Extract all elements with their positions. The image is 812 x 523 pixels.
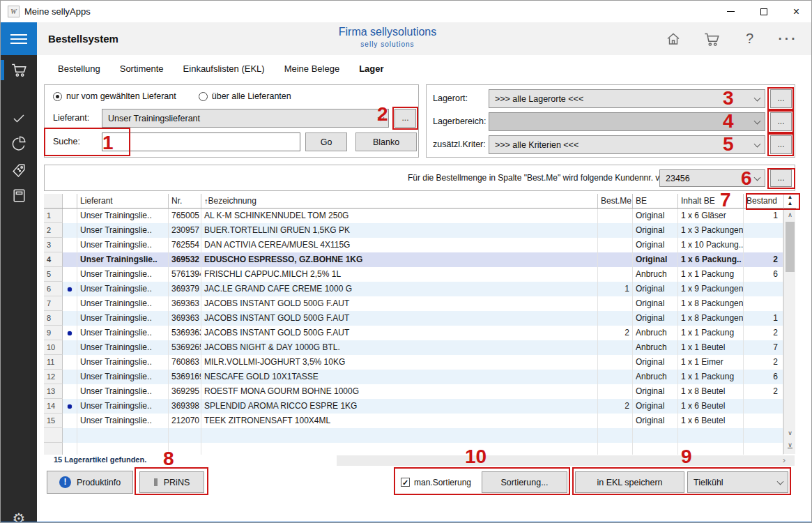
table-cell: 4 xyxy=(44,252,63,267)
table-row[interactable]: 5Unser Trainingslie..5761394FRISCHLI CAP… xyxy=(44,267,783,282)
kriterien-browse-button[interactable]: ... xyxy=(770,135,792,154)
ekl-speichern-button[interactable]: in EKL speichern xyxy=(575,471,684,493)
column-header-be[interactable]: BE xyxy=(633,194,678,208)
table-cell: Original xyxy=(633,296,678,311)
lieferant-combobox[interactable]: Unser Trainingslieferant xyxy=(102,109,389,128)
table-cell: Unser Trainingslie.. xyxy=(77,296,169,311)
minimize-button[interactable] xyxy=(714,1,747,22)
home-button[interactable] xyxy=(654,22,692,55)
freezer-combobox[interactable]: Tielkühl xyxy=(687,471,788,493)
sidebar-item-confirm[interactable] xyxy=(1,106,37,130)
column-header-lieferant[interactable]: Lieferant xyxy=(77,194,169,208)
settings-button[interactable]: ⚙ xyxy=(1,505,37,523)
kriterien-combobox[interactable]: >>> alle Kriterien <<< xyxy=(489,135,765,154)
kundennr-combobox[interactable]: 23456 xyxy=(659,169,765,187)
more-button[interactable]: ··· xyxy=(769,22,807,55)
app-icon: W xyxy=(8,6,20,17)
table-row[interactable]: 15Unser Trainingslie..212070TEEK ZITRONE… xyxy=(44,414,783,428)
close-button[interactable]: × xyxy=(780,1,812,22)
table-cell xyxy=(678,428,744,443)
scroll-up-icon[interactable]: ∧ xyxy=(784,209,796,220)
table-cell: 1 xyxy=(44,209,63,223)
tab-einkaufslisten[interactable]: Einkaufslisten (EKL) xyxy=(183,63,265,74)
sidebar-item-offers[interactable] xyxy=(1,157,37,181)
scroll-right-icon[interactable]: › xyxy=(783,455,786,465)
table-row[interactable] xyxy=(44,428,783,443)
tab-sortimente[interactable]: Sortimente xyxy=(120,63,164,74)
table-row[interactable]: 1Unser Trainingslie..765005AL K-M SCHINK… xyxy=(44,209,783,223)
lagerort-label: Lagerort: xyxy=(433,93,468,103)
column-header-inhalt-be[interactable]: Inhalt BE xyxy=(678,194,744,208)
table-cell xyxy=(77,428,169,443)
scroll-to-end-icon[interactable]: ∨ xyxy=(784,439,796,450)
table-cell: AL K-M SCHINKENNUDEL TOM 250G xyxy=(201,209,598,223)
lagerbereich-combobox[interactable] xyxy=(489,112,765,131)
marker-cell xyxy=(63,384,77,399)
table-cell: 212070 xyxy=(169,414,201,428)
go-button[interactable]: Go xyxy=(305,132,347,151)
check-icon xyxy=(10,109,27,126)
tab-lager[interactable]: Lager xyxy=(359,63,383,74)
sidebar-item-catalog[interactable] xyxy=(1,183,37,207)
cart-button[interactable] xyxy=(692,22,730,55)
table-row[interactable]: 10Unser Trainingslie..5369265JACOBS NIGH… xyxy=(44,340,783,355)
table-cell: Unser Trainingslie.. xyxy=(77,223,169,238)
column-header-best-me[interactable]: Best.Me xyxy=(598,194,633,208)
scroll-down-icon[interactable]: ∨ xyxy=(784,427,796,439)
page-title: Bestellsystem xyxy=(48,22,118,55)
lagerbereich-browse-button[interactable]: ... xyxy=(770,112,792,131)
radio-selected-supplier[interactable]: nur vom gewählten Lieferant xyxy=(53,91,176,101)
menu-button[interactable] xyxy=(1,22,37,55)
table-row[interactable]: 8Unser Trainingslie..369363JACOBS INSTAN… xyxy=(44,311,783,326)
sortierung-button[interactable]: Sortierung... xyxy=(482,471,567,493)
sidebar-item-order[interactable] xyxy=(1,58,37,82)
lagerort-combobox[interactable]: >>> alle Lagerorte <<< xyxy=(489,89,765,108)
table-cell xyxy=(169,428,201,443)
table-cell: 2 xyxy=(744,355,783,370)
search-input[interactable] xyxy=(102,132,300,151)
sidebar-item-statistics[interactable] xyxy=(1,130,37,154)
produktinfo-button[interactable]: ! Produktinfo xyxy=(47,471,133,494)
table-row[interactable]: 12Unser Trainingslie..5369169NESCAFE GOL… xyxy=(44,370,783,384)
marker-cell xyxy=(63,223,77,238)
man-sortierung-checkbox[interactable]: ✓ xyxy=(401,478,410,487)
table-row[interactable]: 7Unser Trainingslie..369363JACOBS INSTAN… xyxy=(44,296,783,311)
radio-all-suppliers[interactable]: über alle Lieferanten xyxy=(199,91,291,101)
table-cell: 765005 xyxy=(169,209,201,223)
horizontal-scrollbar[interactable] xyxy=(337,455,795,466)
app-window: W Meine sellyApps × xyxy=(0,0,812,523)
table-row[interactable]: 9Unser Trainingslie..5369363JACOBS INSTA… xyxy=(44,326,783,340)
vertical-scrollbar[interactable]: ▲▲ ∧ ∨ ∨ xyxy=(783,194,795,454)
kundennr-browse-button[interactable]: ... xyxy=(770,169,792,187)
marker-cell xyxy=(63,238,77,252)
scrollbar-thumb[interactable] xyxy=(786,222,795,272)
tab-bestellung[interactable]: Bestellung xyxy=(58,63,100,74)
table-row[interactable]: 3Unser Trainingslie..762554DAN ACTIVIA C… xyxy=(44,238,783,252)
table-cell: 11 xyxy=(44,355,63,370)
table-row[interactable]: 6Unser Trainingslie..369379JAC.LE GRAND … xyxy=(44,282,783,296)
maximize-button[interactable] xyxy=(747,1,780,22)
table-cell xyxy=(598,238,633,252)
help-button[interactable]: ? xyxy=(730,22,769,55)
column-header-bezeichnung[interactable]: ↑Bezeichnung xyxy=(201,194,598,208)
blanko-button[interactable]: Blanko xyxy=(355,132,417,151)
table-cell xyxy=(598,223,633,238)
table-row[interactable]: 11Unser Trainingslie..760863MILR.VOLLMI-… xyxy=(44,355,783,370)
sort-to-top-icon[interactable]: ▲▲ xyxy=(784,194,796,209)
lieferant-browse-button[interactable]: ... xyxy=(394,109,416,128)
table-cell: Original xyxy=(633,414,678,428)
column-header-nr[interactable]: Nr. xyxy=(169,194,201,208)
table-row[interactable]: 13Unser Trainingslie..369295ROESTF MONA … xyxy=(44,384,783,399)
column-header-bestand[interactable]: Bestand xyxy=(744,194,783,208)
table-row[interactable]: 14Unser Trainingslie..369398SPLENDID ARO… xyxy=(44,399,783,414)
prins-button[interactable]: PRiNS xyxy=(139,471,204,493)
table-cell: Anbruch xyxy=(633,340,678,355)
lagerort-browse-button[interactable]: ... xyxy=(770,89,792,108)
table-row[interactable]: 2Unser Trainingslie..230957BUER.TORTELLI… xyxy=(44,223,783,238)
tab-meine-belege[interactable]: Meine Belege xyxy=(284,63,340,74)
table-cell: Original xyxy=(633,311,678,326)
tab-bar: Bestellung Sortimente Einkaufslisten (EK… xyxy=(58,63,384,74)
table-cell: JAC.LE GRAND CAFE CREME 1000 G xyxy=(201,282,598,296)
table-cell: MILR.VOLLMI-JOGHURT 3,5% 10KG xyxy=(201,355,598,370)
table-row[interactable]: 4Unser Trainingslie..369532EDUSCHO ESPRE… xyxy=(44,252,783,267)
